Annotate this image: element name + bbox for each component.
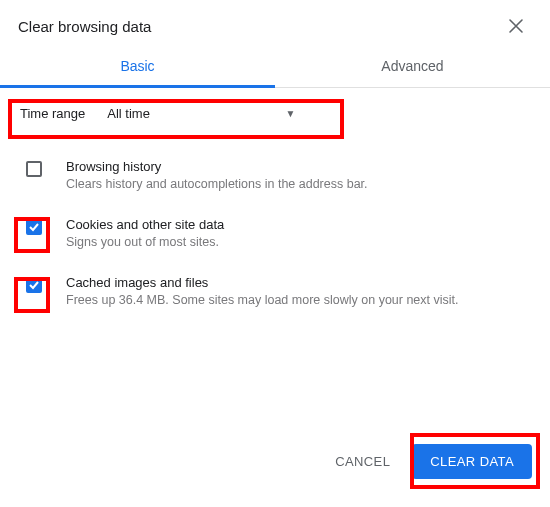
option-cache: Cached images and files Frees up 36.4 MB… xyxy=(20,267,530,325)
option-desc: Frees up 36.4 MB. Some sites may load mo… xyxy=(66,293,530,307)
option-title: Cookies and other site data xyxy=(66,217,530,232)
time-range-row: Time range All time ▼ xyxy=(18,98,532,129)
checkbox-cache[interactable] xyxy=(26,277,42,293)
dialog-content: Time range All time ▼ Browsing history C… xyxy=(0,88,550,325)
option-browsing-history: Browsing history Clears history and auto… xyxy=(20,151,530,209)
tabs: Basic Advanced xyxy=(0,46,550,88)
chevron-down-icon: ▼ xyxy=(285,108,295,119)
time-range-value: All time xyxy=(107,106,150,121)
dialog-actions: CANCEL CLEAR DATA xyxy=(321,444,532,479)
cancel-button[interactable]: CANCEL xyxy=(321,444,404,479)
time-range-label: Time range xyxy=(20,106,85,121)
option-desc: Signs you out of most sites. xyxy=(66,235,530,249)
checkbox-browsing-history[interactable] xyxy=(26,161,42,177)
option-title: Cached images and files xyxy=(66,275,530,290)
checkbox-cookies[interactable] xyxy=(26,219,42,235)
close-button[interactable] xyxy=(504,14,528,38)
dialog-title: Clear browsing data xyxy=(18,18,151,35)
dialog-header: Clear browsing data xyxy=(0,0,550,46)
time-range-select[interactable]: All time ▼ xyxy=(103,104,303,123)
close-icon xyxy=(508,18,524,34)
clear-data-button[interactable]: CLEAR DATA xyxy=(412,444,532,479)
option-title: Browsing history xyxy=(66,159,530,174)
option-desc: Clears history and autocompletions in th… xyxy=(66,177,530,191)
tab-advanced[interactable]: Advanced xyxy=(275,46,550,87)
tab-basic[interactable]: Basic xyxy=(0,46,275,87)
options-list: Browsing history Clears history and auto… xyxy=(18,151,532,325)
option-cookies: Cookies and other site data Signs you ou… xyxy=(20,209,530,267)
